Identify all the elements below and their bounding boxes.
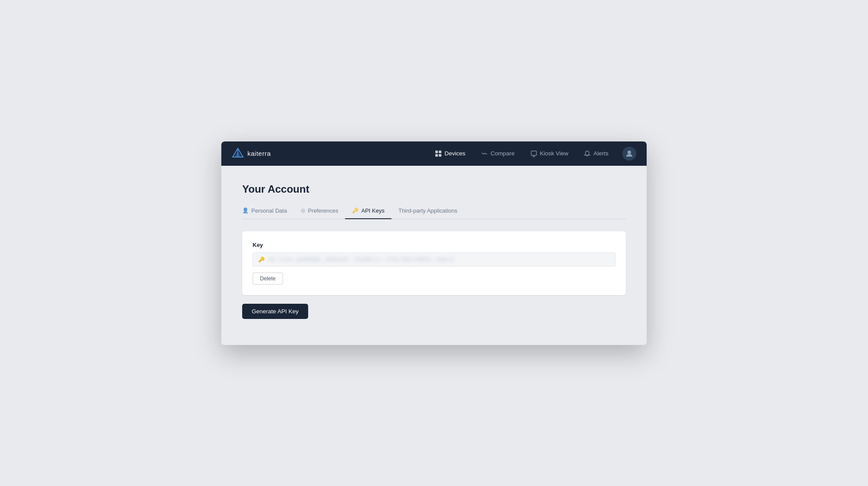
delete-button[interactable]: Delete <box>253 273 283 285</box>
tab-preferences[interactable]: ◎ Preferences <box>294 204 345 219</box>
svg-rect-4 <box>439 151 441 153</box>
svg-rect-6 <box>439 154 441 157</box>
tab-third-party[interactable]: Third-party Applications <box>391 204 464 219</box>
key-icon: 🔑 <box>352 207 358 213</box>
user-avatar[interactable] <box>622 147 636 161</box>
generate-api-key-button[interactable]: Generate API Key <box>242 304 308 319</box>
page-title: Your Account <box>242 183 626 195</box>
svg-point-10 <box>628 151 631 154</box>
tabs: 👤 Personal Data ◎ Preferences 🔑 API Keys… <box>242 204 626 219</box>
navbar-links: Devices Compare Kiosk View <box>428 147 615 161</box>
nav-item-alerts[interactable]: Alerts <box>577 147 615 161</box>
tab-label-api-keys: API Keys <box>361 207 384 214</box>
nav-label-kiosk: Kiosk View <box>540 150 569 157</box>
tab-label-personal-data: Personal Data <box>251 207 287 214</box>
nav-label-compare: Compare <box>490 150 515 157</box>
svg-rect-5 <box>435 154 438 157</box>
person-icon: 👤 <box>242 207 249 213</box>
key-field-icon: 🔑 <box>258 256 265 263</box>
app-window: kaiterra Devices Compare <box>221 141 647 345</box>
logo[interactable]: kaiterra <box>232 148 271 160</box>
nav-label-devices: Devices <box>444 150 465 157</box>
nav-item-compare[interactable]: Compare <box>474 147 522 161</box>
tab-label-third-party: Third-party Applications <box>398 207 457 214</box>
svg-rect-3 <box>435 151 438 153</box>
tab-label-preferences: Preferences <box>308 207 338 214</box>
key-value: sk-live_p04kK0s_d4k4s0r-74a8Kc1r-174c784… <box>268 256 610 263</box>
key-card: Key 🔑 sk-live_p04kK0s_d4k4s0r-74a8Kc1r-1… <box>242 231 626 295</box>
content-area: Your Account 👤 Personal Data ◎ Preferenc… <box>221 166 647 345</box>
svg-rect-7 <box>531 151 536 155</box>
key-label: Key <box>253 242 615 248</box>
navbar: kaiterra Devices Compare <box>221 141 647 166</box>
tab-api-keys[interactable]: 🔑 API Keys <box>345 204 391 219</box>
logo-text: kaiterra <box>247 150 271 157</box>
nav-item-devices[interactable]: Devices <box>428 147 472 161</box>
nav-label-alerts: Alerts <box>593 150 608 157</box>
nav-item-kiosk[interactable]: Kiosk View <box>523 147 575 161</box>
tab-personal-data[interactable]: 👤 Personal Data <box>242 204 294 219</box>
circle-icon: ◎ <box>301 207 305 213</box>
key-input-wrapper: 🔑 sk-live_p04kK0s_d4k4s0r-74a8Kc1r-174c7… <box>253 253 615 266</box>
